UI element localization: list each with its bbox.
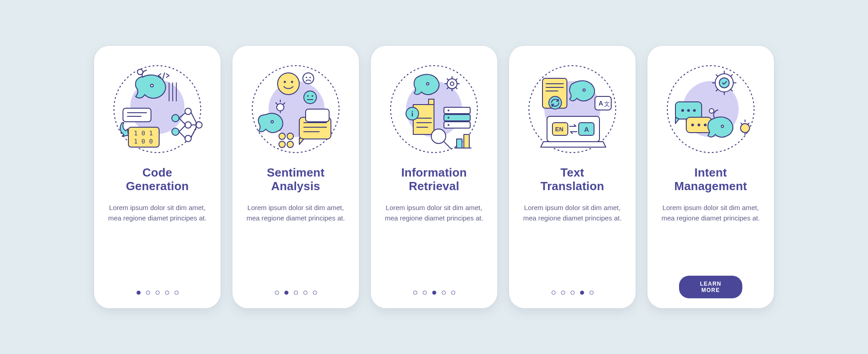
svg-text:A: A — [599, 100, 603, 107]
svg-point-74 — [722, 125, 724, 128]
svg-point-35 — [427, 83, 429, 85]
svg-point-10 — [185, 108, 191, 115]
onboarding-card-intent-management: IntentManagement Lorem ipsum dolor sit d… — [647, 46, 774, 308]
page-dot-3[interactable] — [432, 291, 436, 295]
page-dot-2[interactable] — [284, 291, 288, 295]
page-dot-4[interactable] — [165, 291, 169, 295]
svg-text:A: A — [584, 125, 589, 133]
svg-text:1 0 1: 1 0 1 — [134, 129, 153, 137]
svg-point-19 — [303, 73, 314, 84]
svg-point-73 — [704, 124, 707, 126]
card-description: Lorem ipsum dolor sit dim amet, mea regi… — [381, 202, 487, 224]
text-translation-illustration: A 文 EN A — [527, 64, 618, 154]
svg-point-76 — [741, 124, 750, 133]
page-dot-2[interactable] — [146, 291, 150, 295]
svg-point-9 — [172, 128, 179, 135]
svg-point-8 — [172, 115, 179, 122]
svg-point-71 — [691, 124, 694, 126]
card-description: Lorem ipsum dolor sit dim amet, mea regi… — [657, 202, 764, 224]
page-dot-3[interactable] — [294, 291, 298, 295]
card-description: Lorem ipsum dolor sit dim amet, mea regi… — [104, 202, 211, 224]
code-generation-illustration: 1 0 1 1 0 0 — [112, 64, 203, 154]
svg-point-12 — [185, 135, 191, 142]
page-dot-5[interactable] — [451, 291, 455, 295]
onboarding-card-code-generation: 1 0 1 1 0 0 CodeGeneration Lorem ipsum d… — [94, 46, 221, 308]
svg-point-3 — [137, 69, 143, 75]
onboarding-card-sentiment-analysis: SentimentAnalysis Lorem ipsum dolor sit … — [232, 46, 359, 308]
svg-text:1 0 0: 1 0 0 — [134, 138, 153, 145]
page-dot-1[interactable] — [552, 291, 556, 295]
svg-point-27 — [279, 133, 285, 139]
svg-point-2 — [151, 84, 153, 87]
svg-point-18 — [291, 81, 293, 83]
card-description: Lorem ipsum dolor sit dim amet, mea regi… — [242, 202, 349, 224]
onboarding-card-information-retrieval: i InformationRetrieval Lorem ipsum dolor… — [371, 46, 497, 308]
page-dot-1[interactable] — [275, 291, 279, 295]
svg-point-43 — [448, 110, 449, 111]
svg-point-21 — [309, 77, 311, 78]
svg-point-17 — [284, 81, 286, 83]
page-dot-1[interactable] — [137, 291, 141, 295]
svg-point-56 — [549, 96, 561, 109]
card-title: CodeGeneration — [126, 166, 189, 193]
svg-rect-4 — [123, 108, 151, 122]
pagination-dots — [94, 291, 221, 295]
svg-point-30 — [287, 141, 293, 148]
svg-point-20 — [306, 77, 307, 78]
svg-text:EN: EN — [555, 126, 563, 133]
pagination-dots — [371, 291, 497, 295]
page-dot-5[interactable] — [175, 291, 179, 295]
learn-more-button[interactable]: LEARN MORE — [679, 276, 742, 298]
page-dot-2[interactable] — [423, 291, 427, 295]
svg-point-29 — [279, 141, 285, 148]
svg-point-25 — [271, 121, 274, 123]
svg-rect-47 — [457, 139, 462, 148]
sentiment-analysis-illustration — [250, 64, 341, 154]
svg-point-24 — [311, 95, 313, 97]
card-title: IntentManagement — [675, 166, 747, 193]
svg-point-16 — [278, 73, 299, 95]
svg-point-51 — [583, 89, 585, 91]
svg-text:i: i — [411, 110, 414, 118]
svg-point-22 — [304, 91, 316, 104]
information-retrieval-illustration: i — [389, 64, 479, 154]
pagination-dots — [232, 291, 359, 295]
svg-point-28 — [287, 133, 293, 139]
svg-point-75 — [709, 109, 714, 113]
svg-point-11 — [185, 122, 191, 128]
intent-management-illustration — [665, 64, 756, 154]
onboarding-card-text-translation: A 文 EN A TextTranslation Lorem ipsum dol… — [509, 46, 636, 308]
svg-point-23 — [307, 95, 309, 97]
page-dot-5[interactable] — [590, 291, 594, 295]
page-dot-5[interactable] — [313, 291, 317, 295]
page-dot-4[interactable] — [303, 291, 307, 295]
card-title: SentimentAnalysis — [267, 166, 324, 193]
page-dot-4[interactable] — [442, 291, 446, 295]
page-dot-3[interactable] — [156, 291, 160, 295]
svg-point-46 — [431, 129, 446, 144]
svg-text:文: 文 — [604, 100, 610, 107]
card-title: TextTranslation — [541, 166, 604, 193]
svg-point-45 — [448, 124, 449, 126]
svg-rect-32 — [306, 109, 329, 122]
pagination-dots — [509, 291, 636, 295]
page-dot-1[interactable] — [413, 291, 417, 295]
svg-point-72 — [698, 124, 700, 126]
svg-point-69 — [693, 109, 696, 112]
page-dot-2[interactable] — [561, 291, 565, 295]
svg-point-68 — [687, 109, 690, 112]
svg-point-67 — [681, 109, 684, 112]
page-dot-3[interactable] — [571, 291, 575, 295]
svg-rect-48 — [464, 134, 469, 148]
card-title: InformationRetrieval — [401, 166, 467, 193]
svg-point-65 — [719, 78, 729, 88]
card-description: Lorem ipsum dolor sit dim amet, mea regi… — [519, 202, 626, 224]
page-dot-4[interactable] — [580, 291, 584, 295]
svg-point-44 — [448, 117, 449, 119]
